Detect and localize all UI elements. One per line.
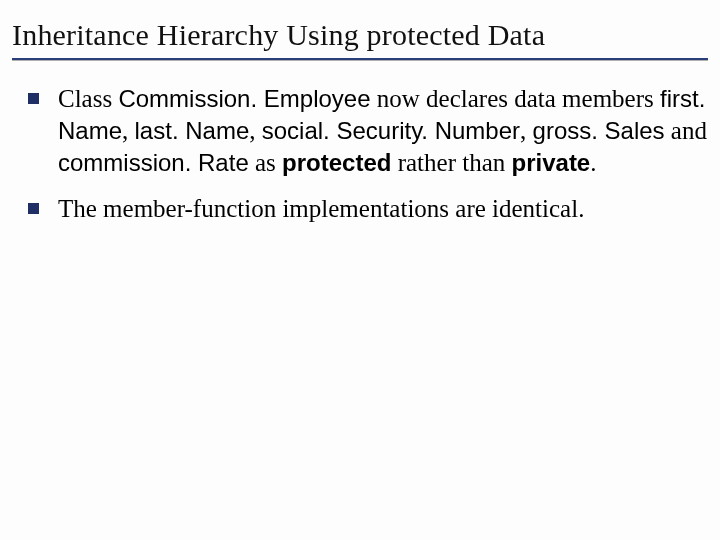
title-divider	[12, 58, 708, 61]
keyword-text: protected	[282, 149, 391, 176]
bullet-list: Class Commission. Employee now declares …	[12, 83, 708, 225]
code-text: social. Security. Number	[262, 117, 520, 144]
body-text: now declares data members	[371, 85, 660, 112]
code-text: gross. Sales	[533, 117, 665, 144]
page-title: Inheritance Hierarchy Using protected Da…	[12, 18, 708, 52]
keyword-text: private	[512, 149, 591, 176]
code-text: last. Name	[135, 117, 250, 144]
list-item: Class Commission. Employee now declares …	[58, 83, 708, 179]
body-text: ,	[249, 117, 262, 144]
body-text: rather than	[391, 149, 511, 176]
code-text: Commission. Employee	[118, 85, 370, 112]
body-text: ,	[520, 117, 533, 144]
body-text: .	[590, 149, 596, 176]
body-text: and	[665, 117, 707, 144]
body-text: ,	[122, 117, 135, 144]
list-item: The member-function implementations are …	[58, 193, 708, 225]
code-text: commission. Rate	[58, 149, 249, 176]
body-text: Class	[58, 85, 118, 112]
body-text: as	[249, 149, 282, 176]
body-text: The member-function implementations are …	[58, 195, 584, 222]
slide: Inheritance Hierarchy Using protected Da…	[0, 0, 720, 540]
